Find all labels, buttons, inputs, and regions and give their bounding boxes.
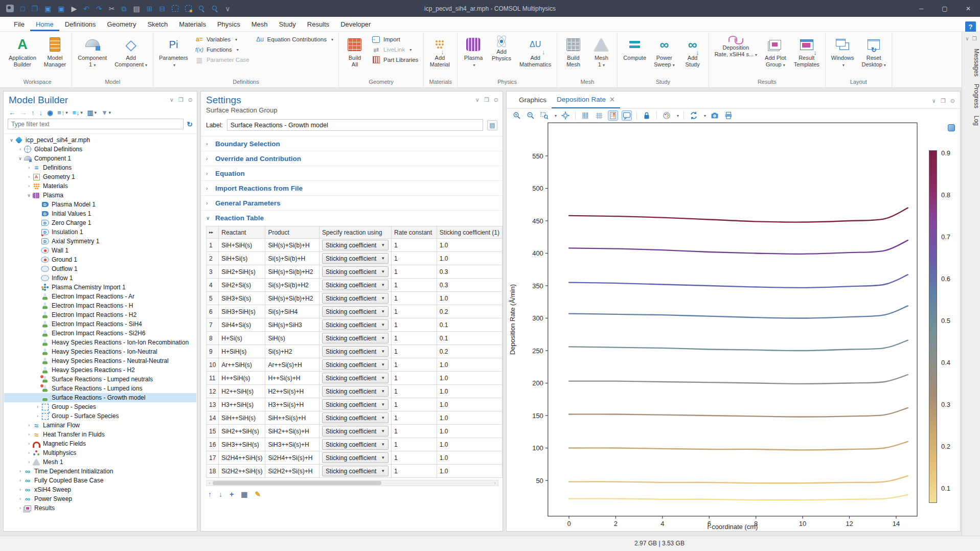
specify-reaction-dropdown[interactable]: Sticking coefficient▼ (322, 359, 389, 370)
specify-reaction-dropdown[interactable]: Sticking coefficient▼ (322, 333, 389, 343)
tree-item-heavy-species-reactions-ion-neutral[interactable]: Heavy Species Reactions - Ion-Neutral (4, 347, 196, 356)
dock-pin-icon[interactable]: ❐ (972, 36, 977, 41)
rate-constant-cell[interactable]: 1 (392, 372, 437, 385)
product-cell[interactable]: Si2H2++Si(s)+H (265, 465, 320, 478)
move-up-icon[interactable]: ↑ (31, 109, 35, 117)
tab-deposition-rate[interactable]: Deposition Rate✕ (552, 91, 620, 108)
reactant-cell[interactable]: SiH2+SiH(s) (219, 265, 265, 279)
tree-item-outflow-1[interactable]: Outflow 1 (4, 264, 196, 273)
tree-item-magnetic-fields[interactable]: ›Magnetic Fields (4, 439, 196, 448)
sticking-coefficient-cell[interactable]: 0.1 (437, 318, 502, 332)
minimize-button[interactable]: ─ (909, 0, 933, 17)
reactant-cell[interactable]: Si2H4++SiH(s) (219, 451, 265, 465)
specify-reaction-dropdown[interactable]: Sticking coefficient▼ (322, 452, 389, 463)
rate-constant-cell[interactable]: 1 (392, 425, 437, 438)
specify-reaction-dropdown[interactable]: Sticking coefficient▼ (322, 412, 389, 423)
reactant-cell[interactable]: Ar++SiH(s) (219, 358, 265, 372)
ribbon-application-builder-button[interactable]: ApplicationBuilder (5, 33, 40, 79)
product-cell[interactable]: Si(s)+H2 (265, 345, 320, 358)
panel-float-icon[interactable]: ❐ (484, 97, 489, 103)
rate-constant-cell[interactable]: 1 (392, 358, 437, 372)
expander-icon[interactable]: ∨ (26, 193, 32, 198)
move-up-icon[interactable]: ↑ (208, 490, 212, 498)
expander-icon[interactable]: › (26, 441, 32, 446)
zoom-extents-icon[interactable] (560, 110, 571, 121)
help-button[interactable]: ? (965, 21, 976, 32)
expander-icon[interactable]: › (26, 423, 32, 428)
expander-icon[interactable]: › (17, 496, 24, 501)
edit-icon[interactable]: ✎ (255, 490, 261, 498)
ribbon-equation-contributions-button[interactable]: Equation Contributions▾ (254, 35, 335, 43)
reactant-cell[interactable]: SiH3+Si(s) (219, 292, 265, 305)
expander-icon[interactable]: › (17, 506, 24, 511)
duplicate-icon[interactable]: ⊞ (147, 5, 153, 12)
tree-item-electron-impact-reactions-h2[interactable]: Electron Impact Reactions - H2 (4, 310, 196, 319)
scroll-right-icon[interactable]: › (492, 480, 498, 486)
find-icon[interactable] (198, 5, 205, 12)
tree-item-component-1[interactable]: ∨Component 1 (4, 154, 196, 163)
menu-developer[interactable]: Developer (335, 17, 376, 31)
tree-item-multiphysics[interactable]: ›Multiphysics (4, 448, 196, 457)
tree-item-surface-reactions-growth-model[interactable]: Surface Reactions - Growth model (4, 393, 196, 402)
menu-geometry[interactable]: Geometry (101, 17, 142, 31)
menu-physics[interactable]: Physics (212, 17, 246, 31)
tree-item-geometry-1[interactable]: ›Geometry 1 (4, 172, 196, 181)
expander-icon[interactable]: › (17, 478, 24, 483)
ribbon-mesh-1-button[interactable]: Mesh1▾ (587, 33, 615, 79)
expander-icon[interactable]: › (34, 414, 41, 419)
sticking-coefficient-cell[interactable]: 0.2 (437, 305, 502, 318)
expander-icon[interactable]: › (26, 450, 32, 455)
color-legend-icon[interactable] (608, 110, 618, 121)
panel-collapse-icon[interactable]: ∨ (932, 98, 936, 104)
tree-item-icp-pecvd-sih4-ar-mph[interactable]: ∨icp_pecvd_sih4_ar.mph (4, 135, 196, 145)
rate-constant-cell[interactable]: 1 (392, 318, 437, 332)
ribbon-add-mathematics-button[interactable]: AddMathematics (516, 33, 555, 79)
sticking-coefficient-cell[interactable]: 1.0 (437, 398, 502, 411)
ribbon-parameters-button[interactable]: Parameters▾ (155, 33, 192, 79)
expander-icon[interactable]: › (26, 432, 32, 437)
specify-reaction-dropdown[interactable]: Sticking coefficient▼ (322, 319, 389, 330)
product-cell[interactable]: SiH2++Si(s)+H (265, 425, 320, 438)
reactant-cell[interactable]: H+SiH(s) (219, 345, 265, 358)
expander-icon[interactable]: ∨ (17, 156, 24, 161)
reactant-cell[interactable]: Si2H2++SiH(s) (219, 465, 265, 478)
sticking-coefficient-cell[interactable]: 1.0 (437, 372, 502, 385)
forward-icon[interactable]: → (20, 109, 27, 117)
tree-item-heavy-species-reactions-h2[interactable]: Heavy Species Reactions - H2 (4, 365, 196, 375)
ribbon-build-mesh-button[interactable]: BuildMesh (559, 33, 587, 79)
reactant-cell[interactable]: SiH+Si(s) (219, 252, 265, 265)
product-cell[interactable]: H3++Si(s)+H (265, 398, 320, 411)
reactant-cell[interactable]: SiH2+Si(s) (219, 279, 265, 292)
sticking-coefficient-cell[interactable]: 1.0 (437, 438, 502, 451)
tree-item-plasma-model-1[interactable]: Plasma Model 1 (4, 200, 196, 209)
product-cell[interactable]: Si(s)+Si(b)+H (265, 252, 320, 265)
dock-tab-messages[interactable]: Messages (962, 49, 980, 77)
tree-item-electron-impact-reactions-si2h6[interactable]: Electron Impact Reactions - Si2H6 (4, 329, 196, 338)
tree-item-laminar-flow[interactable]: ›Laminar Flow (4, 421, 196, 430)
ribbon-add-physics-button[interactable]: AddPhysics (488, 33, 515, 79)
undo-icon[interactable]: ↶ (83, 5, 89, 12)
product-cell[interactable]: H++Si(s)+H (265, 372, 320, 385)
specify-reaction-dropdown[interactable]: Sticking coefficient▼ (322, 386, 389, 397)
rate-constant-cell[interactable]: 1 (392, 252, 437, 265)
reactant-cell[interactable]: H3++SiH(s) (219, 398, 265, 411)
rate-constant-cell[interactable]: 1 (392, 292, 437, 305)
open-icon[interactable]: ❒ (31, 5, 38, 12)
move-down-icon[interactable]: ↓ (219, 490, 222, 498)
ribbon-deposition-rate-plot-button[interactable]: DepositionRate, xSiH4 s...▾ (711, 33, 761, 79)
ribbon-add-material-button[interactable]: AddMaterial (426, 33, 453, 79)
rate-constant-cell[interactable]: 1 (392, 345, 437, 358)
expander-icon[interactable]: › (26, 165, 32, 170)
close-button[interactable]: ✕ (956, 0, 980, 17)
rename-icon[interactable]: ▤ (487, 120, 497, 130)
rate-constant-cell[interactable]: 1 (392, 398, 437, 411)
sticking-coefficient-cell[interactable]: 1.0 (437, 465, 502, 478)
ribbon-power-sweep-button[interactable]: PowerSweep▾ (650, 33, 678, 79)
sticking-coefficient-cell[interactable]: 1.0 (437, 411, 502, 425)
sticking-coefficient-cell[interactable]: 0.3 (437, 265, 502, 279)
reactant-cell[interactable]: SiH+SiH(s) (219, 239, 265, 252)
reactant-cell[interactable]: H++SiH(s) (219, 372, 265, 385)
specify-reaction-dropdown[interactable]: Sticking coefficient▼ (322, 253, 389, 264)
select-box-alt-icon[interactable] (185, 5, 192, 12)
reactant-cell[interactable]: H2++SiH(s) (219, 385, 265, 398)
